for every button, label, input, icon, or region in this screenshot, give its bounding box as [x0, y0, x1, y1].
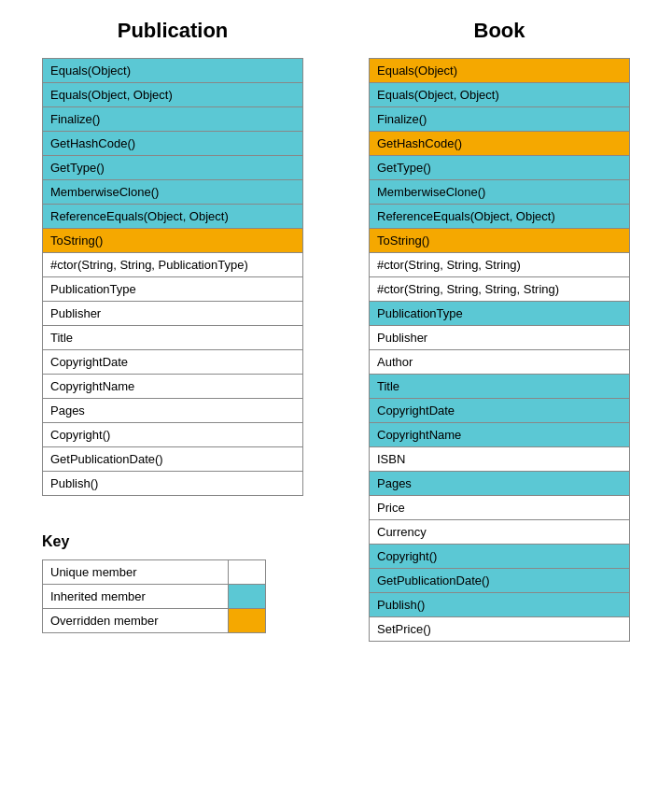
publication-member: Title	[43, 326, 303, 350]
key-title: Key	[42, 533, 69, 550]
book-member: CopyrightDate	[370, 399, 630, 423]
publication-member: CopyrightDate	[43, 350, 303, 375]
book-title: Book	[474, 19, 525, 43]
book-member: PublicationType	[370, 302, 630, 326]
book-member: ReferenceEquals(Object, Object)	[370, 205, 630, 229]
publication-member: CopyrightName	[43, 375, 303, 399]
book-column: Book Equals(Object)Equals(Object, Object…	[369, 19, 630, 642]
key-label: Overridden member	[43, 609, 229, 633]
publication-member: Finalize()	[43, 107, 303, 132]
publication-member: GetPublicationDate()	[43, 447, 303, 472]
book-member: Currency	[370, 520, 630, 545]
book-member: Publish()	[370, 593, 630, 617]
publication-member: MemberwiseClone()	[43, 180, 303, 205]
book-member: Equals(Object, Object)	[370, 83, 630, 107]
book-member: #ctor(String, String, String, String)	[370, 277, 630, 302]
book-member: GetType()	[370, 156, 630, 180]
main-container: Publication Equals(Object)Equals(Object,…	[19, 19, 653, 642]
publication-column: Publication Equals(Object)Equals(Object,…	[42, 19, 303, 633]
publication-title: Publication	[118, 19, 229, 43]
book-member: GetPublicationDate()	[370, 569, 630, 593]
book-member: Finalize()	[370, 107, 630, 132]
publication-member: Pages	[43, 399, 303, 423]
book-member: Author	[370, 350, 630, 375]
book-member: ISBN	[370, 447, 630, 472]
book-member: Publisher	[370, 326, 630, 350]
book-table: Equals(Object)Equals(Object, Object)Fina…	[369, 58, 630, 642]
publication-member: Publisher	[43, 302, 303, 326]
book-member: Equals(Object)	[370, 59, 630, 83]
book-member: ToString()	[370, 229, 630, 253]
key-label: Inherited member	[43, 585, 229, 609]
book-member: Copyright()	[370, 545, 630, 569]
book-member: Pages	[370, 472, 630, 496]
publication-member: GetHashCode()	[43, 132, 303, 156]
key-table: Unique memberInherited memberOverridden …	[42, 559, 266, 633]
key-color-box	[229, 609, 266, 633]
publication-member: Copyright()	[43, 423, 303, 447]
key-color-box	[229, 560, 266, 585]
book-member: Title	[370, 375, 630, 399]
publication-table: Equals(Object)Equals(Object, Object)Fina…	[42, 58, 303, 496]
publication-member: GetType()	[43, 156, 303, 180]
book-member: SetPrice()	[370, 617, 630, 642]
key-color-box	[229, 585, 266, 609]
key-section: Key Unique memberInherited memberOverrid…	[42, 533, 303, 633]
publication-member: Publish()	[43, 472, 303, 496]
key-label: Unique member	[43, 560, 229, 585]
book-member: GetHashCode()	[370, 132, 630, 156]
publication-member: ReferenceEquals(Object, Object)	[43, 205, 303, 229]
publication-member: Equals(Object)	[43, 59, 303, 83]
publication-member: Equals(Object, Object)	[43, 83, 303, 107]
book-member: CopyrightName	[370, 423, 630, 447]
book-member: MemberwiseClone()	[370, 180, 630, 205]
publication-member: #ctor(String, String, PublicationType)	[43, 253, 303, 277]
publication-member: ToString()	[43, 229, 303, 253]
book-member: #ctor(String, String, String)	[370, 253, 630, 277]
publication-member: PublicationType	[43, 277, 303, 302]
book-member: Price	[370, 496, 630, 520]
